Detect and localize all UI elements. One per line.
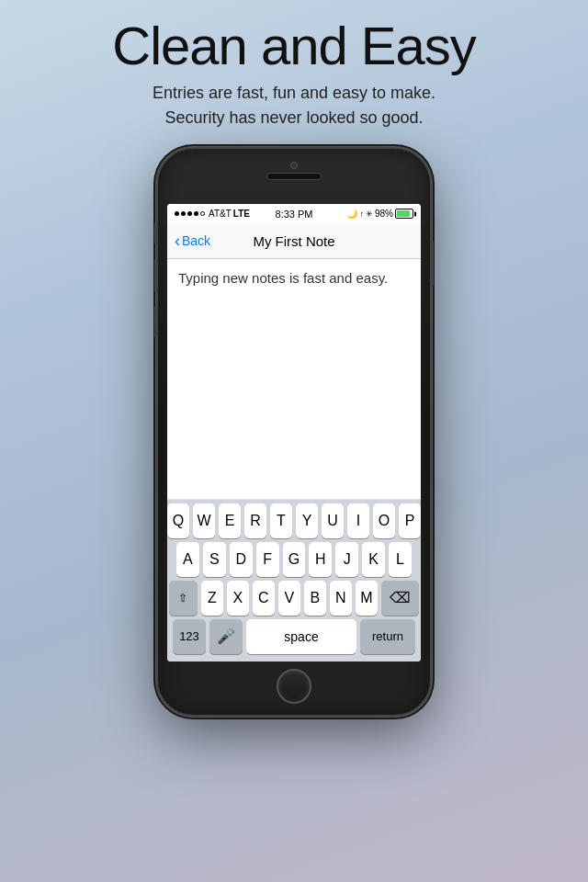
signal-dot-1 [175, 211, 179, 216]
key-f[interactable]: F [256, 542, 279, 577]
key-m[interactable]: M [356, 581, 378, 616]
key-t[interactable]: T [270, 503, 292, 538]
key-g[interactable]: G [283, 542, 306, 577]
signal-strength [175, 211, 205, 216]
power-button [430, 241, 434, 287]
key-k[interactable]: K [362, 542, 385, 577]
numbers-key[interactable]: 123 [173, 619, 206, 654]
volume-up-button [154, 259, 158, 292]
back-chevron-icon: ‹ [175, 232, 180, 249]
shift-key[interactable]: ⇧ [169, 581, 198, 616]
key-e[interactable]: E [219, 503, 241, 538]
key-a[interactable]: A [176, 542, 199, 577]
battery-icon [395, 209, 413, 219]
signal-dot-2 [181, 211, 186, 216]
phone-top [158, 149, 430, 180]
keyboard-row-2: A S D F G H J K L [169, 542, 419, 577]
nav-title: My First Note [253, 233, 334, 249]
earpiece-speaker [266, 173, 322, 180]
page-background: Clean and Easy Entries are fast, fun and… [0, 0, 588, 717]
key-r[interactable]: R [244, 503, 266, 538]
key-h[interactable]: H [309, 542, 332, 577]
mute-button [154, 222, 158, 244]
signal-dot-3 [187, 211, 192, 216]
status-bar: AT&T LTE 8:33 PM 🌙 ↑ ✳ 98% [167, 204, 421, 224]
key-v[interactable]: V [278, 581, 300, 616]
battery-percent: 98% [375, 209, 393, 219]
key-j[interactable]: J [335, 542, 358, 577]
subtitle-line1: Entries are fast, fun and easy to make. [153, 84, 435, 102]
key-q[interactable]: Q [167, 503, 189, 538]
key-z[interactable]: Z [201, 581, 223, 616]
keyboard: Q W E R T Y U I O P A S [167, 500, 421, 662]
battery-fill [397, 210, 410, 217]
keyboard-row-1: Q W E R T Y U I O P [169, 503, 419, 538]
front-camera [290, 162, 298, 169]
note-body-text: Typing new notes is fast and easy. [178, 268, 410, 289]
bluetooth-icon: ✳ [366, 209, 373, 219]
key-x[interactable]: X [227, 581, 249, 616]
microphone-key[interactable]: 🎤 [209, 619, 243, 654]
key-p[interactable]: P [399, 503, 421, 538]
key-u[interactable]: U [322, 503, 344, 538]
phone-wrapper: AT&T LTE 8:33 PM 🌙 ↑ ✳ 98% [0, 147, 588, 717]
page-subtitle: Entries are fast, fun and easy to make. … [18, 81, 570, 130]
back-button[interactable]: ‹ Back [167, 233, 210, 249]
carrier-name: AT&T [209, 209, 232, 219]
key-s[interactable]: S [203, 542, 226, 577]
delete-key[interactable]: ⌫ [381, 581, 419, 616]
space-key[interactable]: space [246, 619, 356, 654]
page-header: Clean and Easy Entries are fast, fun and… [0, 0, 588, 138]
phone-device: AT&T LTE 8:33 PM 🌙 ↑ ✳ 98% [156, 147, 432, 717]
network-type: LTE [233, 209, 250, 219]
signal-dot-5 [200, 211, 205, 216]
key-l[interactable]: L [389, 542, 412, 577]
delete-icon: ⌫ [390, 589, 411, 606]
home-button[interactable] [277, 669, 311, 704]
note-content-area[interactable]: Typing new notes is fast and easy. [167, 259, 421, 500]
moon-icon: 🌙 [346, 209, 357, 219]
status-time: 8:33 PM [276, 209, 313, 220]
phone-screen: AT&T LTE 8:33 PM 🌙 ↑ ✳ 98% [167, 204, 421, 662]
subtitle-line2: Security has never looked so good. [164, 108, 423, 127]
key-y[interactable]: Y [296, 503, 318, 538]
key-n[interactable]: N [330, 581, 352, 616]
signal-dot-4 [194, 211, 198, 216]
key-c[interactable]: C [253, 581, 275, 616]
arrow-icon: ↑ [359, 209, 364, 219]
key-o[interactable]: O [373, 503, 395, 538]
page-title: Clean and Easy [18, 17, 570, 75]
key-i[interactable]: I [347, 503, 369, 538]
status-right: 🌙 ↑ ✳ 98% [346, 209, 413, 219]
volume-down-button [154, 305, 158, 338]
keyboard-row-3: ⇧ Z X C V B N M ⌫ [169, 581, 419, 616]
status-left: AT&T LTE [175, 209, 250, 219]
key-d[interactable]: D [230, 542, 253, 577]
key-b[interactable]: B [304, 581, 326, 616]
microphone-icon: 🎤 [217, 628, 235, 645]
return-key[interactable]: return [360, 619, 415, 654]
back-label: Back [182, 233, 210, 248]
nav-bar: ‹ Back My First Note [167, 224, 421, 259]
key-w[interactable]: W [193, 503, 215, 538]
keyboard-row-4: 123 🎤 space return [169, 619, 419, 654]
